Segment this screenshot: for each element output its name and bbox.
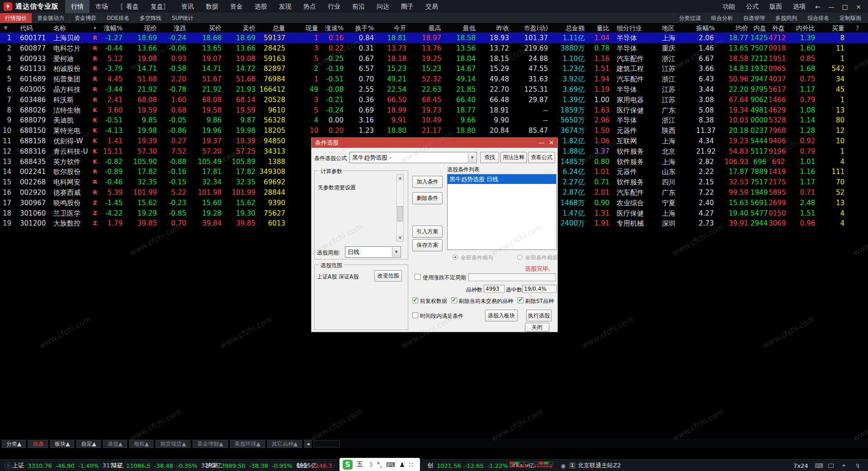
column-header-量比[interactable]: 量比 (587, 23, 612, 33)
formula-combobox[interactable]: 黑牛趋势选股 - ▼ (349, 152, 477, 163)
toolbar-item-DDE排名[interactable]: DDE排名 (102, 13, 135, 23)
dialog-title[interactable]: 条件选股 (311, 138, 557, 148)
tab-美股环球[interactable]: 美股环球▲ (230, 440, 265, 448)
close-button[interactable]: 关闭 (525, 323, 549, 332)
menu-item-复盘〗[interactable]: 复盘〗 (145, 0, 175, 13)
menu-item-〖看盘[interactable]: 〖看盘 (114, 0, 145, 13)
table-row-601689[interactable]: 5601689拓普集团R4.4551.682.2051.6751.6876984… (0, 74, 868, 85)
ime-item-3[interactable]: ⌨ (386, 461, 395, 468)
toolbar-item-组合分析[interactable]: 组合分析 (706, 13, 738, 23)
delete-condition-button[interactable]: 删除条件 (412, 192, 443, 204)
server-name[interactable]: 北京联通主站Z2 (578, 460, 621, 471)
monitor-icon[interactable] (828, 460, 834, 471)
tab-search-box[interactable] (314, 440, 340, 447)
column-header-涨跌[interactable]: 涨跌 (159, 23, 189, 33)
toolbar-item-多空阵线[interactable]: 多空阵线 (135, 13, 167, 23)
column-header-换手%[interactable]: 换手% (346, 23, 376, 33)
scrollbar-thumb[interactable] (397, 206, 403, 221)
tab-自选[interactable]: 自选 (28, 440, 48, 448)
column-header-振幅%[interactable]: 振幅% (696, 23, 716, 33)
exclude-st-checkbox[interactable]: ✔ (518, 297, 524, 303)
forward-adjust-checkbox[interactable]: ✔ (412, 297, 418, 303)
ime-logo-icon[interactable]: S (343, 460, 353, 470)
column-header-•[interactable]: • (88, 23, 102, 33)
toolbar-item-行情报价[interactable]: 行情报价 (0, 13, 32, 23)
menu-item-热点[interactable]: 热点 (297, 0, 322, 13)
toolbar-item-资金驱动力[interactable]: 资金驱动力 (32, 13, 70, 23)
column-header-地区[interactable]: 地区 (659, 23, 696, 33)
ime-item-4[interactable]: ♟ (399, 461, 405, 468)
chevron-down-icon[interactable]: ▼ (468, 153, 476, 162)
menu-item-市场[interactable]: 市场 (90, 0, 114, 13)
ime-toolbar[interactable]: S五☽°,⌨♟∷ (340, 458, 420, 471)
back-icon[interactable]: ← (812, 3, 824, 10)
menu-item-资金[interactable]: 资金 (224, 0, 249, 13)
column-header-市盈(动)[interactable]: 市盈(动) (511, 23, 550, 33)
view-formula-button[interactable]: 查看公式 (528, 152, 555, 163)
radio-all-and[interactable] (453, 254, 458, 260)
menu-item-选项[interactable]: 选项 (788, 0, 810, 13)
period-combobox[interactable]: 日线 ▼ (345, 246, 401, 258)
satellite-icon[interactable]: ⌖ (842, 460, 845, 471)
scroll-up-icon[interactable]: ▲ (397, 174, 403, 181)
toolbar-item-自选管理[interactable]: 自选管理 (738, 13, 770, 23)
scroll-down-icon[interactable]: ▼ (397, 235, 403, 241)
toolbar-item-定制版面[interactable]: 定制版面 (834, 13, 866, 23)
menu-item-问达[interactable]: 问达 (371, 0, 395, 13)
column-header-均价[interactable]: 均价 (716, 23, 750, 33)
column-header-买量[interactable]: 买量 (817, 23, 847, 33)
chevron-down-icon[interactable]: ▼ (392, 247, 400, 257)
menu-item-交易[interactable]: 交易 (420, 0, 444, 13)
tab-自定[interactable]: 自定▲ (76, 440, 100, 448)
column-header-现价[interactable]: 现价 (125, 23, 159, 33)
table-row-688150[interactable]: 10688150莱特光电K-4.1319.98-0.8619.9619.9818… (0, 126, 868, 136)
menu-item-功能[interactable]: 功能 (718, 0, 740, 13)
ime-item-2[interactable]: °, (377, 461, 382, 468)
column-header-涨速%[interactable]: 涨速% (321, 23, 346, 33)
tab-其它品种[interactable]: 其它品种▲ (267, 440, 302, 448)
table-row-688026[interactable]: 8688026洁特生物K3.6019.590.6819.5819.5996105… (0, 105, 868, 116)
change-range-button[interactable]: 改变范围 (374, 270, 402, 282)
radio-all-or[interactable] (517, 254, 523, 260)
time-range-checkbox[interactable] (412, 312, 418, 318)
toolbar-item-资金博弈[interactable]: 资金博弈 (70, 13, 102, 23)
variable-period-input[interactable] (468, 273, 556, 281)
column-header-总金额[interactable]: 总金额 (550, 23, 587, 33)
column-header-内盘[interactable]: 内盘 (750, 23, 769, 33)
pick-to-block-button[interactable]: 选股入板块 (485, 310, 518, 321)
toolbar-item-分类过滤[interactable]: 分类过滤 (674, 13, 706, 23)
column-header-现量[interactable]: 现量 (288, 23, 321, 33)
variable-period-checkbox[interactable] (415, 274, 420, 280)
column-header-买价[interactable]: 买价 (189, 23, 224, 33)
exclude-suspended-checkbox[interactable]: ✔ (451, 297, 457, 303)
tab-scroll-left-icon[interactable]: ◀ (304, 440, 311, 448)
collapse-status-icon[interactable]: » (5, 462, 12, 469)
table-row-601133[interactable]: 4601133柏诚股份R-3.7914.71-0.5814.7114.72828… (0, 64, 868, 74)
tab-期货现货[interactable]: 期货现货▲ (156, 440, 190, 448)
column-header-卖价[interactable]: 卖价 (224, 23, 258, 33)
execute-pick-button[interactable]: 执行选股 (526, 310, 552, 321)
menu-item-选股[interactable]: 选股 (249, 0, 273, 13)
table-row-600171[interactable]: 1600171上海贝岭R-1.2718.69-0.2418.6818.69591… (0, 33, 868, 43)
dialog-close-icon[interactable]: ✕ (547, 138, 556, 148)
column-header-?[interactable]: ? (847, 23, 868, 33)
tab-港股[interactable]: 港股▲ (103, 440, 127, 448)
menu-item-公式[interactable]: 公式 (741, 0, 763, 13)
table-row-603486[interactable]: 7603486科沃斯R2.4168.081.6068.0868.14205283… (0, 95, 868, 105)
save-plan-button[interactable]: 保存方案 (412, 239, 443, 251)
menu-item-圈子[interactable]: 圈子 (395, 0, 420, 13)
tab-板块[interactable]: 板块▲ (50, 440, 74, 448)
table-row-603005[interactable]: 6603005晶方科技R-3.4421.92-0.7821.9221.93166… (0, 85, 868, 95)
column-header-最高[interactable]: 最高 (409, 23, 443, 33)
column-header-最低[interactable]: 最低 (443, 23, 478, 33)
menu-item-前沿[interactable]: 前沿 (346, 0, 371, 13)
menu-item-发现[interactable]: 发现 (273, 0, 297, 13)
dialog-minimize-icon[interactable]: — (538, 138, 546, 148)
table-row-688079[interactable]: 9688079美迪凯K-0.519.85-0.059.869.875632840… (0, 115, 868, 126)
column-header-涨幅%[interactable]: 涨幅% (102, 23, 125, 33)
close-icon[interactable]: × (853, 3, 864, 10)
column-header-外盘[interactable]: 外盘 (769, 23, 787, 33)
power-icon[interactable]: ↯ (855, 460, 860, 471)
restore-icon[interactable]: □ (839, 3, 851, 10)
import-plan-button[interactable]: 引入方案 (412, 226, 443, 238)
